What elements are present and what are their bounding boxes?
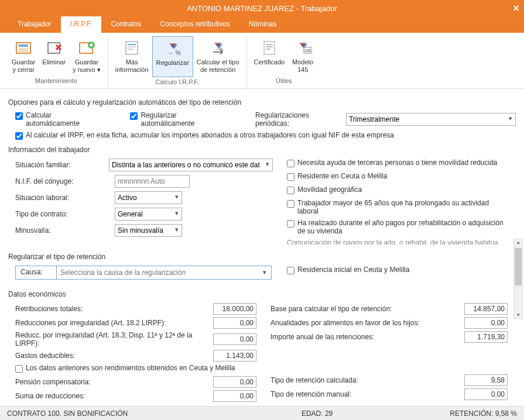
causa-placeholder[interactable]: Selecciona la causa de la regularización [57, 266, 271, 279]
svg-text:→%: →% [213, 46, 223, 52]
sitlab-select[interactable]: Activo [115, 191, 182, 204]
movilidad-geo-checkbox[interactable]: Movilidad geográfica [287, 185, 508, 194]
tab-conceptos[interactable]: Conceptos retributivos [150, 16, 239, 33]
svg-rect-9 [128, 49, 133, 50]
reduc183-label: Reducc. por irregularidad (Art. 18.3; Di… [15, 331, 213, 347]
eliminar-button[interactable]: Eliminar [39, 36, 69, 76]
anual-value[interactable]: 0,00 [464, 317, 508, 329]
pagos-vivienda-checkbox[interactable]: Ha realizado durante el año pagos por re… [287, 219, 508, 235]
econ-title: Datos económicos [8, 290, 516, 298]
pension-value[interactable]: 0,00 [213, 376, 256, 388]
reg-period-select[interactable]: Trimestralmente [346, 113, 516, 126]
tab-nominas[interactable]: Nóminas [239, 16, 286, 33]
btn-l1: Más [126, 58, 138, 66]
modelo145-icon: 145 [293, 39, 312, 57]
status-edad: EDAD: 29 [302, 409, 333, 418]
tipoman-label: Tipo de retención manual: [270, 390, 464, 398]
mayor65-checkbox[interactable]: Trabajador mayor de 65 años que ha prolo… [287, 199, 508, 215]
delete-icon [44, 39, 63, 57]
btn-l1: Calcular el tipo [197, 58, 239, 66]
residente-ceuta-checkbox[interactable]: Residente en Ceuta o Melilla [287, 172, 508, 181]
tipocon-select[interactable]: General [115, 208, 182, 221]
tab-trabajador[interactable]: Trabajador [8, 16, 61, 33]
nif-label: N.I.F. del cónyuge: [15, 177, 115, 185]
pension-label: Pensión compensatoria: [15, 378, 213, 386]
reducirr-value[interactable]: 0,00 [213, 317, 256, 329]
tipoman-value[interactable]: 0,00 [464, 388, 508, 400]
ceuta-rend-checkbox[interactable]: Los datos anteriores son rendimientos ob… [15, 364, 256, 373]
titlebar: ANTONIO MARTINEZ JUAREZ - Trabajador × [0, 0, 524, 16]
save-close-icon [14, 39, 33, 57]
suma-label: Suma de reducciones: [15, 392, 213, 400]
svg-rect-2 [19, 48, 28, 52]
svg-rect-7 [128, 44, 136, 45]
necesita-ayuda-checkbox[interactable]: Necesita ayuda de terceras personas o ti… [287, 159, 508, 167]
btn-l2 [53, 66, 55, 74]
minus-label: Minusvalía: [15, 226, 115, 235]
scroll-down-icon[interactable]: ▾ [514, 312, 522, 320]
tab-contratos[interactable]: Contratos [101, 16, 150, 33]
svg-rect-6 [126, 42, 138, 54]
minus-select[interactable]: Sin minusvalía [115, 224, 182, 237]
status-contrato: CONTRATO 100. SIN BONIFICACIÓN [7, 409, 128, 418]
ribbon-group-utiles: Certificado 145 Modelo 145 Útiles [247, 35, 321, 88]
calc-auto-checkbox[interactable]: Calcular automáticamente [15, 111, 105, 128]
guardar-cerrar-button[interactable]: Guardar y cerrar [8, 36, 39, 76]
btn-l1: Certificado [254, 58, 285, 66]
guardar-nuevo-button[interactable]: Guardar y nuevo ▾ [69, 36, 104, 76]
scrollbar[interactable]: ▴ ▾ [513, 239, 523, 319]
causa-select[interactable]: Causa: Selecciona la causa de la regular… [15, 266, 272, 280]
svg-rect-13 [266, 44, 273, 45]
status-retencion: RETENCIÓN: 9,58 % [450, 409, 517, 418]
scroll-thumb[interactable] [515, 248, 522, 285]
btn-l2: de retención [200, 66, 236, 74]
opts-title: Opciones para el cálculo y regularizació… [8, 98, 516, 106]
window-title: ANTONIO MARTINEZ JUAREZ - Trabajador [187, 4, 337, 13]
modelo-145-button[interactable]: 145 Modelo 145 [288, 36, 317, 76]
reduc183-value[interactable]: 0,00 [213, 333, 256, 345]
save-new-icon [77, 39, 96, 57]
sitfam-select[interactable]: Distinta a las anteriores o no comunicó … [109, 159, 273, 171]
nif-input[interactable] [115, 175, 190, 188]
retrib-value[interactable]: 18.000,00 [213, 303, 256, 315]
info-title: Información del trabajador [8, 146, 516, 154]
gastos-label: Gastos deducibles: [15, 352, 213, 360]
gastos-value[interactable]: 1.143,00 [213, 350, 256, 362]
ribbon-group-label: Cálculo I.R.P.F. [155, 77, 198, 87]
tipocalc-value[interactable]: 9,58 [464, 374, 508, 386]
tipocon-label: Tipo de contrato: [15, 210, 115, 218]
sitfam-label: Situación familiar: [15, 161, 109, 169]
btn-l2: y nuevo ▾ [73, 66, 101, 74]
ribbon-group-calculo: Más información ← % → Regularizar →% Cal… [108, 35, 247, 88]
reg-period-label: Regularizaciones periódicas: [255, 111, 340, 128]
calcular-tipo-button[interactable]: →% Calcular el tipo de retención [193, 36, 243, 77]
scroll-up-icon[interactable]: ▴ [514, 239, 522, 247]
svg-rect-8 [128, 46, 136, 47]
close-icon[interactable]: × [513, 2, 519, 15]
svg-text:145: 145 [304, 49, 311, 53]
suma-value[interactable]: 0,00 [213, 390, 256, 402]
mas-informacion-button[interactable]: Más información [112, 36, 152, 77]
svg-rect-14 [266, 46, 273, 47]
calcular-icon: →% [208, 39, 227, 57]
acumular-checkbox[interactable]: Al calcular el IRPF, en esta ficha, acum… [15, 131, 394, 140]
residencia-inicial-checkbox[interactable]: Residencia inicial en Ceuta y Melilla [287, 266, 508, 274]
reg-auto-checkbox[interactable]: Regularizar automáticamente [130, 111, 231, 128]
svg-rect-15 [266, 49, 270, 50]
ribbon-group-label: Útiles [276, 76, 292, 86]
content-area: Opciones para el cálculo y regularizació… [0, 89, 524, 408]
btn-l2: y cerrar [13, 66, 35, 74]
statusbar: CONTRATO 100. SIN BONIFICACIÓN EDAD: 29 … [0, 406, 524, 420]
ribbon: Guardar y cerrar Eliminar Guardar y nuev… [0, 33, 524, 89]
base-value[interactable]: 14.857,00 [464, 303, 508, 315]
svg-text:← % →: ← % → [168, 50, 182, 56]
btn-l1: Eliminar [42, 58, 66, 66]
btn-l1: Guardar [75, 58, 98, 66]
tab-irpf[interactable]: I.R.P.F. [61, 16, 102, 33]
regularizar-button[interactable]: ← % → Regularizar [152, 36, 193, 77]
btn-l2 [172, 67, 173, 74]
importe-value[interactable]: 1.719,30 [464, 331, 508, 343]
certificado-button[interactable]: Certificado [251, 36, 289, 76]
certificate-icon [260, 39, 279, 57]
svg-rect-12 [264, 42, 275, 54]
